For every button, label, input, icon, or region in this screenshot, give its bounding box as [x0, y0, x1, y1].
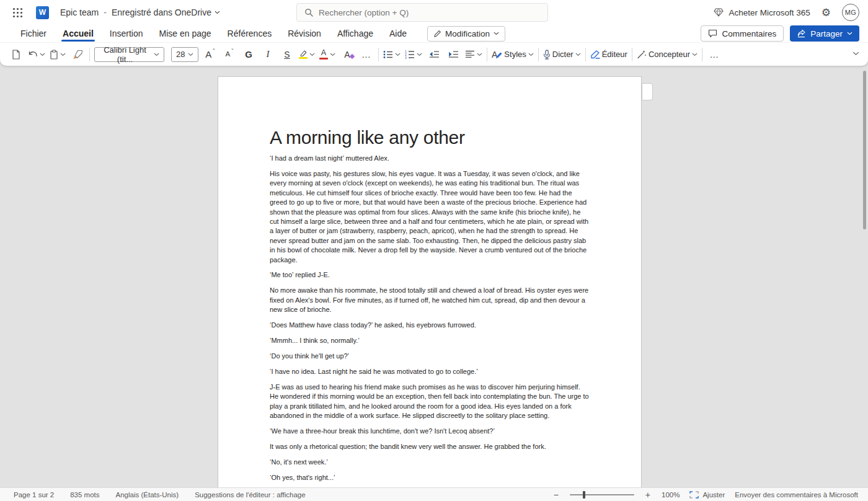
- language-indicator[interactable]: Anglais (États-Unis): [116, 491, 179, 499]
- search-input[interactable]: [319, 8, 540, 17]
- font-group: Calibri Light (tit... 28 A ˆ A ˇ G: [94, 47, 374, 63]
- search-icon: [304, 8, 313, 17]
- chevron-down-icon: [847, 32, 852, 35]
- bullet-list-icon: [383, 50, 393, 59]
- numbering-button[interactable]: 1 2 3: [405, 47, 422, 63]
- paragraph: His voice was pasty, his gestures slow, …: [270, 169, 590, 265]
- share-button[interactable]: Partager: [790, 25, 859, 42]
- document-canvas: A morning like any other ‘I had a dream …: [0, 66, 868, 487]
- statusbar-right-group: − + 100% Ajuster Envoyer des commentaire…: [552, 490, 858, 500]
- font-color-button[interactable]: A: [319, 47, 335, 63]
- premium-diamond-icon: [714, 8, 724, 17]
- statusbar-left-group: Page 1 sur 2 835 mots Anglais (États-Uni…: [14, 491, 306, 499]
- editor-suggestions[interactable]: Suggestions de l'éditeur : affichage: [195, 491, 305, 499]
- tab-insertion[interactable]: Insertion: [102, 25, 151, 42]
- fit-to-width-icon: [689, 491, 699, 499]
- chevron-down-icon: [60, 53, 66, 56]
- outdent-icon: [429, 50, 440, 58]
- top-app-bar: W Epic team - Enregistré dans OneDrive: [0, 0, 868, 25]
- tab-aide[interactable]: Aide: [381, 25, 415, 42]
- font-color-icon: A: [319, 49, 328, 60]
- fit-label: Ajuster: [702, 491, 725, 499]
- editor-button[interactable]: Éditeur: [590, 47, 627, 63]
- fit-page-button[interactable]: Ajuster: [689, 491, 725, 499]
- app-launcher-icon[interactable]: [9, 4, 26, 21]
- bold-button[interactable]: G: [241, 47, 256, 63]
- document-page[interactable]: A morning like any other ‘I had a dream …: [218, 76, 642, 487]
- underline-button[interactable]: S: [280, 47, 294, 63]
- chevron-down-icon: [395, 53, 401, 56]
- tab-references[interactable]: Références: [219, 25, 280, 42]
- align-text-icon: [465, 50, 475, 58]
- svg-text:3: 3: [405, 56, 407, 59]
- paragraph: ‘I had a dream last night’ muttered Alex…: [270, 154, 590, 163]
- dictate-button[interactable]: Dicter: [543, 47, 581, 63]
- page-indicator[interactable]: Page 1 sur 2: [14, 491, 54, 499]
- search-box[interactable]: [296, 3, 548, 22]
- more-font-options-button[interactable]: …: [359, 47, 374, 63]
- bullets-button[interactable]: [383, 47, 401, 63]
- paragraph: ‘Do you think he'll get up?’: [270, 352, 590, 361]
- undo-button[interactable]: [28, 47, 45, 63]
- styles-button[interactable]: A Styles: [492, 47, 534, 63]
- share-label: Partager: [810, 29, 843, 38]
- chevron-down-icon: [692, 53, 698, 56]
- document-title-group: Epic team - Enregistré dans OneDrive: [60, 7, 220, 17]
- chevron-down-icon: [154, 53, 159, 56]
- clipboard-icon: [50, 50, 58, 60]
- editing-mode-dropdown[interactable]: Modification: [427, 26, 505, 42]
- collapse-ribbon-button[interactable]: [852, 48, 859, 58]
- grow-font-button[interactable]: A ˆ: [203, 47, 218, 63]
- chevron-down-icon: [528, 53, 534, 56]
- decrease-indent-button[interactable]: [427, 47, 441, 63]
- divider: [702, 48, 702, 61]
- zoom-in-button[interactable]: +: [644, 490, 652, 500]
- chevron-down-icon: [852, 51, 859, 56]
- font-name-select[interactable]: Calibri Light (tit...: [94, 47, 164, 62]
- magic-wand-icon: [637, 50, 647, 59]
- word-count[interactable]: 835 mots: [70, 491, 99, 499]
- save-status-dropdown[interactable]: Enregistré dans OneDrive: [112, 7, 220, 17]
- new-page-icon: [12, 50, 20, 60]
- shrink-font-button[interactable]: A ˇ: [222, 47, 237, 63]
- font-size-select[interactable]: 28: [171, 47, 198, 62]
- more-ribbon-commands-button[interactable]: …: [707, 47, 722, 63]
- settings-gear-icon[interactable]: ⚙: [822, 7, 831, 18]
- zoom-slider-handle[interactable]: [583, 491, 585, 499]
- tab-revision[interactable]: Révision: [280, 25, 329, 42]
- comments-button[interactable]: Commentaires: [701, 25, 784, 42]
- tab-affichage[interactable]: Affichage: [329, 25, 381, 42]
- font-name-value: Calibri Light (tit...: [99, 45, 151, 64]
- paste-button[interactable]: [50, 47, 66, 63]
- new-document-button[interactable]: [9, 47, 24, 63]
- tab-mise-en-page[interactable]: Mise en page: [151, 25, 219, 42]
- divider: [632, 48, 632, 61]
- zoom-level[interactable]: 100%: [662, 491, 680, 499]
- menubar-right-group: Commentaires Partager: [701, 25, 863, 42]
- paragraph: ‘Mmmh... I think so, normally.’: [270, 336, 590, 345]
- page-margin-tab[interactable]: [642, 83, 653, 100]
- increase-indent-button[interactable]: [446, 47, 461, 63]
- tab-fichier[interactable]: Fichier: [12, 25, 55, 42]
- undo-icon: [28, 50, 38, 59]
- vertical-scrollbar[interactable]: [863, 71, 866, 229]
- highlight-color-button[interactable]: [299, 47, 315, 63]
- zoom-slider[interactable]: [570, 494, 634, 495]
- account-avatar[interactable]: MG: [842, 4, 859, 21]
- title-separator: -: [104, 7, 107, 17]
- save-status-label: Enregistré dans OneDrive: [112, 7, 211, 17]
- format-painter-button[interactable]: [70, 47, 85, 63]
- app-chrome: W Epic team - Enregistré dans OneDrive: [0, 0, 868, 66]
- paragraph: No more awake than his roommate, he stoo…: [270, 286, 590, 314]
- document-title[interactable]: Epic team: [60, 7, 99, 17]
- designer-button[interactable]: Concepteur: [637, 47, 698, 63]
- clear-formatting-button[interactable]: A: [340, 47, 355, 63]
- zoom-out-button[interactable]: −: [552, 490, 560, 500]
- send-feedback-link[interactable]: Envoyer des commentaires à Microsoft: [735, 491, 858, 499]
- italic-button[interactable]: I: [260, 47, 275, 63]
- word-logo-icon[interactable]: W: [36, 6, 49, 19]
- paragraph-group: 1 2 3: [383, 47, 482, 63]
- tab-accueil[interactable]: Accueil: [55, 25, 102, 42]
- buy-microsoft365-button[interactable]: Acheter Microsoft 365: [714, 8, 810, 17]
- alignment-button[interactable]: [465, 47, 482, 63]
